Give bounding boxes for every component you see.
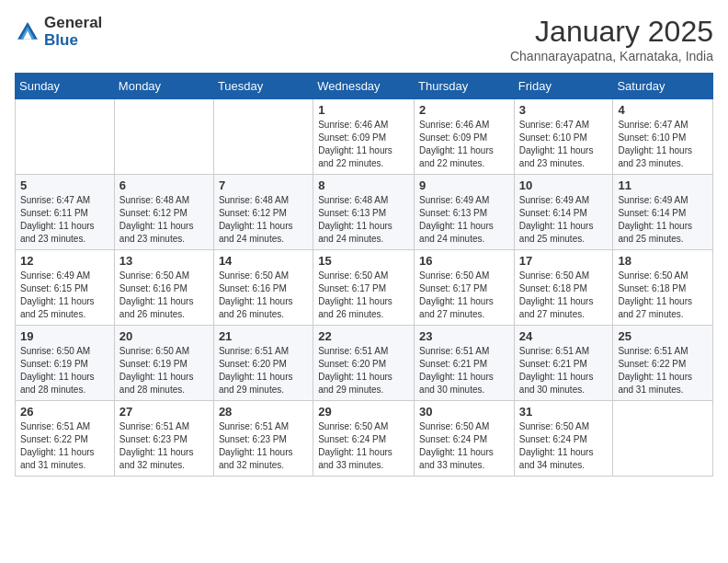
location: Channarayapatna, Karnataka, India (510, 49, 713, 63)
cell-info: Sunrise: 6:51 AM Sunset: 6:23 PM Dayligh… (119, 420, 209, 472)
cell-info: Sunrise: 6:47 AM Sunset: 6:10 PM Dayligh… (618, 119, 708, 170)
cell-info: Sunrise: 6:50 AM Sunset: 6:16 PM Dayligh… (219, 270, 308, 321)
day-number: 7 (219, 178, 308, 192)
calendar-cell: 6Sunrise: 6:48 AM Sunset: 6:12 PM Daylig… (114, 175, 213, 250)
calendar-cell (114, 99, 213, 175)
cell-info: Sunrise: 6:50 AM Sunset: 6:18 PM Dayligh… (519, 270, 609, 321)
calendar-cell: 9Sunrise: 6:49 AM Sunset: 6:13 PM Daylig… (415, 175, 515, 250)
header-row: SundayMondayTuesdayWednesdayThursdayFrid… (16, 74, 713, 99)
cell-info: Sunrise: 6:51 AM Sunset: 6:20 PM Dayligh… (219, 345, 308, 396)
cell-info: Sunrise: 6:49 AM Sunset: 6:13 PM Dayligh… (419, 194, 509, 246)
page-header: General Blue January 2025 Channarayapatn… (15, 15, 713, 63)
logo-blue-text: Blue (44, 32, 102, 50)
day-number: 18 (618, 254, 708, 268)
cell-info: Sunrise: 6:51 AM Sunset: 6:23 PM Dayligh… (219, 420, 308, 472)
day-number: 29 (318, 405, 409, 419)
day-number: 13 (119, 254, 209, 268)
header-day-tuesday: Tuesday (213, 74, 313, 99)
logo-general-text: General (44, 15, 102, 32)
calendar-cell: 7Sunrise: 6:48 AM Sunset: 6:12 PM Daylig… (213, 175, 313, 250)
day-number: 14 (219, 254, 308, 268)
calendar-cell: 28Sunrise: 6:51 AM Sunset: 6:23 PM Dayli… (213, 401, 313, 477)
calendar-cell (213, 99, 313, 175)
calendar-cell: 12Sunrise: 6:49 AM Sunset: 6:15 PM Dayli… (16, 250, 115, 326)
calendar-cell: 17Sunrise: 6:50 AM Sunset: 6:18 PM Dayli… (514, 250, 613, 326)
day-number: 16 (419, 254, 509, 268)
day-number: 20 (119, 329, 209, 343)
day-number: 31 (519, 405, 609, 419)
calendar-cell: 3Sunrise: 6:47 AM Sunset: 6:10 PM Daylig… (514, 99, 613, 175)
logo-icon (15, 19, 40, 45)
calendar-cell: 11Sunrise: 6:49 AM Sunset: 6:14 PM Dayli… (613, 175, 713, 250)
cell-info: Sunrise: 6:51 AM Sunset: 6:21 PM Dayligh… (519, 345, 609, 396)
cell-info: Sunrise: 6:50 AM Sunset: 6:24 PM Dayligh… (419, 420, 509, 472)
month-title: January 2025 (510, 15, 713, 49)
calendar-cell: 26Sunrise: 6:51 AM Sunset: 6:22 PM Dayli… (16, 401, 115, 477)
day-number: 9 (419, 178, 509, 192)
day-number: 5 (20, 178, 109, 192)
cell-info: Sunrise: 6:47 AM Sunset: 6:10 PM Dayligh… (519, 119, 609, 170)
day-number: 4 (618, 103, 708, 117)
day-number: 15 (318, 254, 409, 268)
day-number: 26 (20, 405, 109, 419)
calendar-cell: 22Sunrise: 6:51 AM Sunset: 6:20 PM Dayli… (313, 326, 415, 401)
calendar-cell: 1Sunrise: 6:46 AM Sunset: 6:09 PM Daylig… (313, 99, 415, 175)
cell-info: Sunrise: 6:50 AM Sunset: 6:24 PM Dayligh… (519, 420, 609, 472)
calendar-cell: 5Sunrise: 6:47 AM Sunset: 6:11 PM Daylig… (16, 175, 115, 250)
cell-info: Sunrise: 6:48 AM Sunset: 6:12 PM Dayligh… (219, 194, 308, 246)
calendar-cell: 25Sunrise: 6:51 AM Sunset: 6:22 PM Dayli… (613, 326, 713, 401)
week-row-5: 26Sunrise: 6:51 AM Sunset: 6:22 PM Dayli… (16, 401, 713, 477)
week-row-1: 1Sunrise: 6:46 AM Sunset: 6:09 PM Daylig… (16, 99, 713, 175)
cell-info: Sunrise: 6:50 AM Sunset: 6:19 PM Dayligh… (20, 345, 109, 396)
calendar-cell: 29Sunrise: 6:50 AM Sunset: 6:24 PM Dayli… (313, 401, 415, 477)
day-number: 27 (119, 405, 209, 419)
cell-info: Sunrise: 6:46 AM Sunset: 6:09 PM Dayligh… (318, 119, 409, 170)
cell-info: Sunrise: 6:49 AM Sunset: 6:14 PM Dayligh… (519, 194, 609, 246)
cell-info: Sunrise: 6:50 AM Sunset: 6:24 PM Dayligh… (318, 420, 409, 472)
week-row-2: 5Sunrise: 6:47 AM Sunset: 6:11 PM Daylig… (16, 175, 713, 250)
cell-info: Sunrise: 6:51 AM Sunset: 6:21 PM Dayligh… (419, 345, 509, 396)
day-number: 12 (20, 254, 109, 268)
day-number: 22 (318, 329, 409, 343)
day-number: 6 (119, 178, 209, 192)
calendar-cell: 15Sunrise: 6:50 AM Sunset: 6:17 PM Dayli… (313, 250, 415, 326)
header-day-wednesday: Wednesday (313, 74, 415, 99)
week-row-4: 19Sunrise: 6:50 AM Sunset: 6:19 PM Dayli… (16, 326, 713, 401)
calendar-cell: 31Sunrise: 6:50 AM Sunset: 6:24 PM Dayli… (514, 401, 613, 477)
header-day-monday: Monday (114, 74, 213, 99)
day-number: 17 (519, 254, 609, 268)
calendar-cell: 23Sunrise: 6:51 AM Sunset: 6:21 PM Dayli… (415, 326, 515, 401)
calendar-cell (613, 401, 713, 477)
week-row-3: 12Sunrise: 6:49 AM Sunset: 6:15 PM Dayli… (16, 250, 713, 326)
calendar-cell: 10Sunrise: 6:49 AM Sunset: 6:14 PM Dayli… (514, 175, 613, 250)
calendar-cell: 24Sunrise: 6:51 AM Sunset: 6:21 PM Dayli… (514, 326, 613, 401)
cell-info: Sunrise: 6:47 AM Sunset: 6:11 PM Dayligh… (20, 194, 109, 246)
cell-info: Sunrise: 6:50 AM Sunset: 6:19 PM Dayligh… (119, 345, 209, 396)
header-day-thursday: Thursday (415, 74, 515, 99)
calendar-cell: 18Sunrise: 6:50 AM Sunset: 6:18 PM Dayli… (613, 250, 713, 326)
calendar-cell: 16Sunrise: 6:50 AM Sunset: 6:17 PM Dayli… (415, 250, 515, 326)
day-number: 25 (618, 329, 708, 343)
calendar-cell: 30Sunrise: 6:50 AM Sunset: 6:24 PM Dayli… (415, 401, 515, 477)
calendar-cell: 20Sunrise: 6:50 AM Sunset: 6:19 PM Dayli… (114, 326, 213, 401)
cell-info: Sunrise: 6:50 AM Sunset: 6:18 PM Dayligh… (618, 270, 708, 321)
day-number: 21 (219, 329, 308, 343)
cell-info: Sunrise: 6:51 AM Sunset: 6:22 PM Dayligh… (618, 345, 708, 396)
calendar-cell: 21Sunrise: 6:51 AM Sunset: 6:20 PM Dayli… (213, 326, 313, 401)
day-number: 24 (519, 329, 609, 343)
header-day-saturday: Saturday (613, 74, 713, 99)
day-number: 8 (318, 178, 409, 192)
calendar-cell (16, 99, 115, 175)
calendar-cell: 4Sunrise: 6:47 AM Sunset: 6:10 PM Daylig… (613, 99, 713, 175)
day-number: 30 (419, 405, 509, 419)
day-number: 19 (20, 329, 109, 343)
logo: General Blue (15, 15, 102, 49)
day-number: 2 (419, 103, 509, 117)
calendar-table: SundayMondayTuesdayWednesdayThursdayFrid… (15, 73, 713, 477)
calendar-cell: 13Sunrise: 6:50 AM Sunset: 6:16 PM Dayli… (114, 250, 213, 326)
day-number: 11 (618, 178, 708, 192)
cell-info: Sunrise: 6:49 AM Sunset: 6:15 PM Dayligh… (20, 270, 109, 321)
calendar-cell: 19Sunrise: 6:50 AM Sunset: 6:19 PM Dayli… (16, 326, 115, 401)
day-number: 1 (318, 103, 409, 117)
day-number: 23 (419, 329, 509, 343)
